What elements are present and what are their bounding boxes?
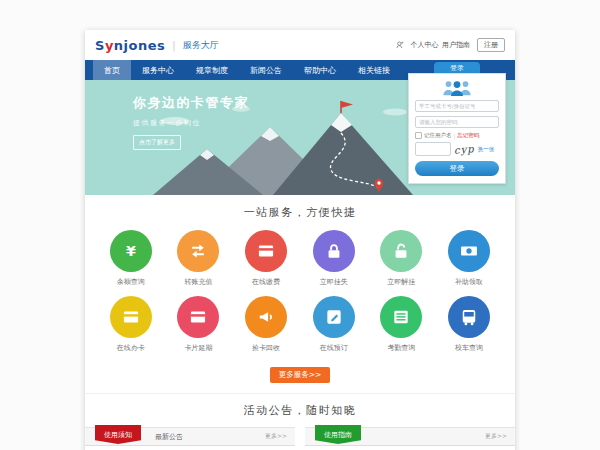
hero-banner: 你身边的卡管专家 提供服务一步到位 点击了解更多 登录 — [85, 80, 515, 195]
service-item-2[interactable]: 在线缴费 — [232, 230, 300, 287]
header-link-0[interactable]: 个人中心 — [411, 41, 439, 49]
yen-icon: ¥ — [110, 230, 152, 272]
service-item-9[interactable]: 在线预订 — [300, 296, 368, 353]
login-form: 记住用户名 | 忘记密码 cyp 换一张 登录 — [408, 73, 506, 184]
card-icon — [245, 230, 287, 272]
service-label: 转账充值 — [165, 277, 233, 287]
guide-panel: 使用指南 更多>> — [305, 427, 515, 446]
nav-item-5[interactable]: 相关链接 — [347, 60, 401, 80]
bus-icon — [448, 296, 490, 338]
service-label: 校车查询 — [435, 343, 503, 353]
remember-row: 记住用户名 | 忘记密码 — [415, 132, 499, 139]
header-right: 个人中心 用户指南 注册 — [396, 38, 506, 52]
service-label: 卡片延期 — [165, 343, 233, 353]
header-link-1[interactable]: 用户指南 — [442, 41, 470, 49]
header-links: 个人中心 用户指南 — [411, 40, 471, 50]
password-input[interactable] — [415, 116, 499, 128]
hero-copy: 你身边的卡管专家 提供服务一步到位 点击了解更多 — [133, 94, 249, 150]
service-label: 在线缴费 — [232, 277, 300, 287]
notice-panel-header: 使用须知 最新公告 更多>> — [85, 427, 295, 446]
announcements-section: 活动公告，随时知晓 使用须知 最新公告 更多>> 使用指南 更多>> — [85, 393, 515, 450]
notice-more-link[interactable]: 更多>> — [265, 432, 287, 441]
unlock-icon — [380, 230, 422, 272]
logo-text-suffix: njones — [114, 38, 165, 53]
service-item-7[interactable]: 卡片延期 — [165, 296, 233, 353]
hero-subtitle: 提供服务一步到位 — [133, 118, 249, 128]
nav-item-3[interactable]: 新闻公告 — [239, 60, 293, 80]
login-row-divider: | — [454, 133, 456, 139]
edit-icon — [313, 296, 355, 338]
remember-label: 记住用户名 — [424, 132, 452, 139]
logo: Synjones — [95, 38, 165, 53]
usage-guide-tab[interactable]: 使用指南 — [315, 425, 361, 444]
usage-notice-tab[interactable]: 使用须知 — [95, 425, 141, 444]
svg-text:¥: ¥ — [126, 243, 136, 259]
site-tagline: 服务大厅 — [183, 39, 219, 52]
service-item-11[interactable]: 校车查询 — [435, 296, 503, 353]
service-item-1[interactable]: 转账充值 — [165, 230, 233, 287]
page: Synjones | 服务大厅 个人中心 用户指南 注册 首页服务中心规章制度新… — [0, 0, 600, 450]
site-container: Synjones | 服务大厅 个人中心 用户指南 注册 首页服务中心规章制度新… — [85, 30, 515, 450]
captcha-input[interactable] — [415, 142, 451, 156]
list-icon — [380, 296, 422, 338]
nav-item-1[interactable]: 服务中心 — [131, 60, 185, 80]
service-label: 余额查询 — [97, 277, 165, 287]
service-item-8[interactable]: 捡卡回收 — [232, 296, 300, 353]
lock-icon — [313, 230, 355, 272]
announcement-panels: 使用须知 最新公告 更多>> 使用指南 更多>> — [85, 427, 515, 450]
service-item-5[interactable]: 补助领取 — [435, 230, 503, 287]
logo-arrow-icon: y — [105, 38, 114, 53]
service-label: 立即解挂 — [368, 277, 436, 287]
service-item-10[interactable]: 考勤查询 — [368, 296, 436, 353]
services-section: 一站服务，方便快捷 ¥余额查询转账充值在线缴费立即挂失立即解挂补助领取在线办卡卡… — [85, 195, 515, 393]
login-panel: 登录 记住用户名 — [408, 62, 506, 184]
banknote-icon — [448, 230, 490, 272]
header-divider: | — [172, 40, 175, 51]
logo-text-prefix: S — [95, 38, 105, 53]
service-label: 考勤查询 — [368, 343, 436, 353]
users-group-icon — [440, 79, 474, 96]
hero-cta-button[interactable]: 点击了解更多 — [133, 135, 181, 150]
megaphone-icon — [245, 296, 287, 338]
card-icon — [110, 296, 152, 338]
service-label: 在线办卡 — [97, 343, 165, 353]
services-title: 一站服务，方便快捷 — [85, 205, 515, 220]
service-label: 捡卡回收 — [232, 343, 300, 353]
service-item-6[interactable]: 在线办卡 — [97, 296, 165, 353]
username-input[interactable] — [415, 100, 499, 112]
card-icon — [177, 296, 219, 338]
more-services-button[interactable]: 更多服务>> — [270, 367, 331, 383]
person-icon — [396, 41, 404, 49]
captcha-row: cyp 换一张 — [415, 142, 499, 156]
transfer-icon — [177, 230, 219, 272]
hero-title: 你身边的卡管专家 — [133, 94, 249, 112]
service-label: 补助领取 — [435, 277, 503, 287]
guide-panel-header: 使用指南 更多>> — [305, 427, 515, 446]
login-tab[interactable]: 登录 — [434, 62, 480, 73]
nav-item-2[interactable]: 规章制度 — [185, 60, 239, 80]
service-label: 立即挂失 — [300, 277, 368, 287]
service-item-0[interactable]: ¥余额查询 — [97, 230, 165, 287]
guide-more-link[interactable]: 更多>> — [485, 432, 507, 441]
login-submit-button[interactable]: 登录 — [415, 161, 499, 176]
announcements-title: 活动公告，随时知晓 — [85, 403, 515, 418]
notice-panel: 使用须知 最新公告 更多>> — [85, 427, 295, 446]
captcha-image[interactable]: cyp — [454, 143, 476, 156]
services-grid: ¥余额查询转账充值在线缴费立即挂失立即解挂补助领取在线办卡卡片延期捡卡回收在线预… — [85, 230, 515, 362]
captcha-refresh-link[interactable]: 换一张 — [478, 146, 495, 153]
register-button[interactable]: 注册 — [477, 38, 505, 52]
service-label: 在线预订 — [300, 343, 368, 353]
remember-checkbox[interactable] — [415, 132, 422, 139]
nav-item-4[interactable]: 帮助中心 — [293, 60, 347, 80]
forgot-password-link[interactable]: 忘记密码 — [457, 132, 479, 139]
service-item-4[interactable]: 立即解挂 — [368, 230, 436, 287]
nav-item-0[interactable]: 首页 — [93, 60, 131, 80]
service-item-3[interactable]: 立即挂失 — [300, 230, 368, 287]
top-header: Synjones | 服务大厅 个人中心 用户指南 注册 — [85, 30, 515, 60]
latest-announcements-tab[interactable]: 最新公告 — [155, 432, 183, 442]
